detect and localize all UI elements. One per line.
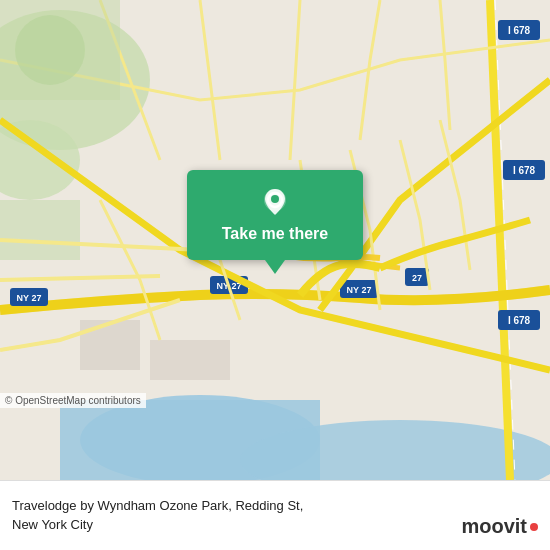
- map-attribution: © OpenStreetMap contributors: [0, 393, 146, 408]
- moovit-brand-name: moovit: [461, 515, 527, 538]
- svg-point-30: [271, 195, 279, 203]
- svg-text:I 678: I 678: [508, 25, 531, 36]
- moovit-dot-icon: [530, 523, 538, 531]
- svg-text:27: 27: [412, 273, 422, 283]
- take-me-there-button[interactable]: Take me there: [187, 170, 363, 260]
- location-line1: Travelodge by Wyndham Ozone Park, Reddin…: [12, 497, 303, 515]
- svg-text:NY 27: NY 27: [17, 293, 42, 303]
- svg-text:I 678: I 678: [508, 315, 531, 326]
- svg-rect-3: [0, 200, 80, 260]
- map-container: I 678 I 678 I 678 NY 27 NY 27 NY 27 27: [0, 0, 550, 480]
- location-pin-icon: [259, 187, 291, 219]
- info-bar: Travelodge by Wyndham Ozone Park, Reddin…: [0, 480, 550, 550]
- attribution-text: © OpenStreetMap contributors: [5, 395, 141, 406]
- button-label: Take me there: [222, 225, 328, 243]
- location-line2: New York City: [12, 516, 303, 534]
- svg-point-26: [15, 15, 85, 85]
- location-text: Travelodge by Wyndham Ozone Park, Reddin…: [12, 497, 303, 533]
- svg-text:NY 27: NY 27: [347, 285, 372, 295]
- svg-text:I 678: I 678: [513, 165, 536, 176]
- moovit-logo: moovit: [461, 515, 538, 538]
- svg-rect-7: [80, 320, 140, 370]
- svg-rect-8: [150, 340, 230, 380]
